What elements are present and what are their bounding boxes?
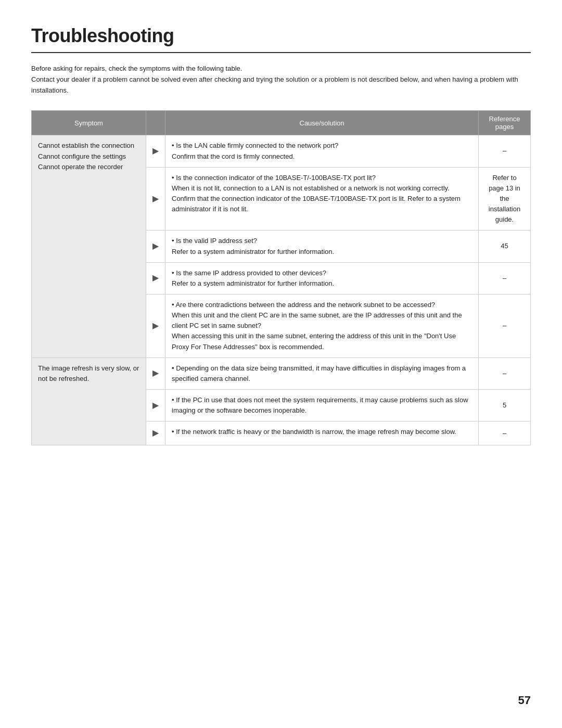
reference-cell: – bbox=[479, 294, 531, 357]
reference-text: – bbox=[503, 147, 506, 155]
table-row: Cannot establish the connectionCannot co… bbox=[32, 135, 531, 167]
reference-header: Referencepages bbox=[479, 111, 531, 135]
arrow-cell: ▶ bbox=[146, 389, 165, 421]
symptom-text: Cannot operate the recorder bbox=[38, 163, 123, 171]
reference-text: – bbox=[503, 429, 506, 437]
cause-cell: • Is the valid IP address set? Refer to … bbox=[165, 231, 479, 262]
arrow-cell: ▶ bbox=[146, 262, 165, 294]
reference-cell: 45 bbox=[479, 231, 531, 262]
reference-text: 45 bbox=[501, 242, 508, 250]
arrow-cell: ▶ bbox=[146, 294, 165, 357]
cause-text: • Depending on the data size being trans… bbox=[172, 364, 466, 382]
symptom-text: Cannot establish the connection bbox=[38, 142, 134, 149]
cause-text: • If the PC in use that does not meet th… bbox=[172, 396, 468, 414]
cause-cell: • Is the LAN cable firmly connected to t… bbox=[165, 135, 479, 167]
arrow-icon: ▶ bbox=[152, 273, 159, 282]
symptom-cell: Cannot establish the connectionCannot co… bbox=[32, 135, 146, 357]
arrow-icon: ▶ bbox=[152, 321, 159, 330]
arrow-icon: ▶ bbox=[152, 428, 159, 437]
cause-cell: • Are there contradictions between the a… bbox=[165, 294, 479, 357]
table-header-row: Symptom Cause/solution Referencepages bbox=[32, 111, 531, 135]
cause-text: Confirm that the cord is firmly connecte… bbox=[172, 152, 295, 160]
title-divider bbox=[31, 52, 531, 53]
arrow-icon: ▶ bbox=[152, 368, 159, 377]
symptom-header: Symptom bbox=[32, 111, 146, 135]
cause-text: • Is the connection indicator of the 10B… bbox=[172, 174, 376, 182]
troubleshooting-table: Symptom Cause/solution Referencepages Ca… bbox=[31, 110, 531, 445]
cause-text: • Is the valid IP address set? bbox=[172, 237, 257, 245]
cause-text: Confirm that the connection indicator of… bbox=[172, 195, 461, 213]
page-number: 57 bbox=[518, 694, 531, 707]
cause-text: • Are there contradictions between the a… bbox=[172, 301, 435, 309]
page-title: Troubleshooting bbox=[31, 25, 531, 47]
cause-cell: • Depending on the data size being trans… bbox=[165, 357, 479, 389]
cause-cell: • If the PC in use that does not meet th… bbox=[165, 389, 479, 421]
reference-cell: – bbox=[479, 135, 531, 167]
reference-cell: 5 bbox=[479, 389, 531, 421]
arrow-icon: ▶ bbox=[152, 401, 159, 410]
reference-text: – bbox=[503, 369, 506, 377]
symptom-text: Cannot configure the settings bbox=[38, 152, 126, 160]
cause-cell: • Is the same IP address provided to oth… bbox=[165, 262, 479, 294]
intro-text: Before asking for repairs, check the sym… bbox=[31, 63, 531, 96]
arrow-cell: ▶ bbox=[146, 357, 165, 389]
cause-text: When accessing this unit in the same sub… bbox=[172, 332, 456, 350]
reference-cell: Refer to page 13 in the installation gui… bbox=[479, 167, 531, 231]
symptom-cell: The image refresh is very slow, or not b… bbox=[32, 357, 146, 445]
cause-header: Cause/solution bbox=[165, 111, 479, 135]
reference-cell: – bbox=[479, 422, 531, 445]
arrow-icon: ▶ bbox=[152, 194, 159, 203]
arrow-icon: ▶ bbox=[152, 146, 159, 155]
arrow-header bbox=[146, 111, 165, 135]
intro-line-1: Before asking for repairs, check the sym… bbox=[31, 63, 531, 74]
cause-text: Refer to a system administrator for furt… bbox=[172, 248, 334, 256]
arrow-cell: ▶ bbox=[146, 167, 165, 231]
cause-text: When it is not lit, connection to a LAN … bbox=[172, 184, 450, 192]
cause-text: • Is the LAN cable firmly connected to t… bbox=[172, 142, 338, 149]
cause-text: Refer to a system administrator for furt… bbox=[172, 279, 334, 287]
cause-cell: • If the network traffic is heavy or the… bbox=[165, 422, 479, 445]
arrow-cell: ▶ bbox=[146, 135, 165, 167]
arrow-cell: ▶ bbox=[146, 422, 165, 445]
cause-text: • Is the same IP address provided to oth… bbox=[172, 269, 326, 277]
reference-cell: – bbox=[479, 357, 531, 389]
cause-cell: • Is the connection indicator of the 10B… bbox=[165, 167, 479, 231]
arrow-icon: ▶ bbox=[152, 241, 159, 250]
arrow-cell: ▶ bbox=[146, 231, 165, 262]
reference-cell: – bbox=[479, 262, 531, 294]
symptom-text: The image refresh is very slow, or not b… bbox=[38, 364, 139, 382]
reference-text: – bbox=[503, 274, 506, 282]
reference-text: Refer to page 13 in the installation gui… bbox=[489, 174, 520, 224]
cause-text: • If the network traffic is heavy or the… bbox=[172, 428, 456, 436]
reference-text: – bbox=[503, 322, 506, 329]
cause-text: When this unit and the client PC are in … bbox=[172, 311, 462, 329]
reference-text: 5 bbox=[503, 401, 506, 409]
table-row: The image refresh is very slow, or not b… bbox=[32, 357, 531, 389]
intro-line-2: Contact your dealer if a problem cannot … bbox=[31, 74, 531, 96]
